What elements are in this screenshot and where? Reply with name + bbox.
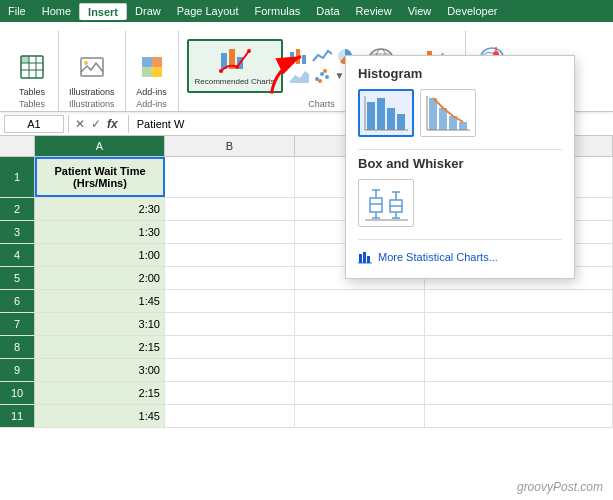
illustrations-icon (78, 53, 106, 85)
histogram-title: Histogram (358, 66, 562, 81)
menu-insert[interactable]: Insert (79, 3, 127, 20)
menu-developer[interactable]: Developer (439, 3, 505, 19)
svg-rect-46 (429, 98, 437, 130)
row-num-4: 4 (0, 244, 35, 266)
cell-a9[interactable]: 3:00 (35, 359, 165, 381)
cell-rest-9[interactable] (425, 359, 613, 381)
tables-label: Tables (19, 87, 45, 97)
svg-point-15 (219, 69, 223, 73)
svg-rect-11 (152, 67, 162, 77)
cell-c7[interactable] (295, 313, 425, 335)
cell-rest-8[interactable] (425, 336, 613, 358)
illustrations-group-label: Illustrations (69, 99, 115, 111)
cell-b11[interactable] (165, 405, 295, 427)
svg-rect-53 (370, 198, 382, 212)
menu-formulas[interactable]: Formulas (247, 3, 309, 19)
tables-icon (18, 53, 46, 85)
tables-button[interactable]: Tables (12, 51, 52, 99)
cell-reference-input[interactable] (4, 115, 64, 133)
cell-c9[interactable] (295, 359, 425, 381)
cancel-icon[interactable]: ✕ (73, 117, 87, 131)
recommended-charts-icon (219, 45, 251, 75)
cell-b6[interactable] (165, 290, 295, 312)
box-whisker-chart-item[interactable] (358, 179, 414, 227)
table-row: 9 3:00 (0, 359, 613, 382)
cell-a10[interactable]: 2:15 (35, 382, 165, 404)
fx-icon[interactable]: fx (105, 117, 120, 131)
formula-divider (68, 115, 69, 133)
cell-b9[interactable] (165, 359, 295, 381)
cell-a1[interactable]: Patient Wait Time (Hrs/Mins) (35, 157, 165, 197)
menu-view[interactable]: View (400, 3, 440, 19)
box-whisker-chart-row (358, 179, 562, 227)
cell-c10[interactable] (295, 382, 425, 404)
cell-a4-value: 1:00 (39, 249, 160, 261)
cell-c8[interactable] (295, 336, 425, 358)
cell-a5[interactable]: 2:00 (35, 267, 165, 289)
cell-b8[interactable] (165, 336, 295, 358)
table-row: 6 1:45 (0, 290, 613, 313)
more-charts-dropdown[interactable]: ▼ (335, 67, 345, 85)
cell-b7[interactable] (165, 313, 295, 335)
tables-group-label: Tables (19, 99, 45, 111)
col-header-a[interactable]: A (35, 136, 165, 156)
menu-home[interactable]: Home (34, 3, 79, 19)
cell-a7[interactable]: 3:10 (35, 313, 165, 335)
cell-a7-value: 3:10 (39, 318, 160, 330)
cell-a11[interactable]: 1:45 (35, 405, 165, 427)
cell-c11[interactable] (295, 405, 425, 427)
more-statistical-charts-text: More Statistical Charts... (378, 251, 498, 263)
cell-b2[interactable] (165, 198, 295, 220)
row-num-6: 6 (0, 290, 35, 312)
cell-b5[interactable] (165, 267, 295, 289)
addins-icon (138, 53, 166, 85)
svg-point-17 (247, 49, 251, 53)
confirm-icon[interactable]: ✓ (89, 117, 103, 131)
cell-b3[interactable] (165, 221, 295, 243)
menu-review[interactable]: Review (348, 3, 400, 19)
cell-a4[interactable]: 1:00 (35, 244, 165, 266)
cell-a1-value: Patient Wait Time (Hrs/Mins) (41, 165, 159, 189)
cell-a9-value: 3:00 (39, 364, 160, 376)
histogram-chart-row (358, 89, 562, 137)
cell-b1[interactable] (165, 157, 295, 197)
menu-data[interactable]: Data (308, 3, 347, 19)
cell-c6[interactable] (295, 290, 425, 312)
cell-a10-value: 2:15 (39, 387, 160, 399)
col-header-b[interactable]: B (165, 136, 295, 156)
pareto-chart-item[interactable] (420, 89, 476, 137)
cell-a11-value: 1:45 (39, 410, 160, 422)
cell-b10[interactable] (165, 382, 295, 404)
svg-rect-49 (459, 122, 467, 130)
svg-rect-42 (387, 108, 395, 130)
svg-rect-43 (397, 114, 405, 130)
menu-draw[interactable]: Draw (127, 3, 169, 19)
row-num-8: 8 (0, 336, 35, 358)
cell-a2[interactable]: 2:30 (35, 198, 165, 220)
cell-a8-value: 2:15 (39, 341, 160, 353)
more-charts-link-icon (358, 250, 372, 264)
menu-page-layout[interactable]: Page Layout (169, 3, 247, 19)
cell-rest-10[interactable] (425, 382, 613, 404)
popup-divider2 (358, 239, 562, 240)
row-num-10: 10 (0, 382, 35, 404)
addins-group-label: Add-ins (136, 99, 167, 111)
menu-file[interactable]: File (0, 3, 34, 19)
histogram-chart-item[interactable] (358, 89, 414, 137)
cell-rest-7[interactable] (425, 313, 613, 335)
svg-rect-40 (367, 102, 375, 130)
table-row: 7 3:10 (0, 313, 613, 336)
cell-rest-11[interactable] (425, 405, 613, 427)
cell-b4[interactable] (165, 244, 295, 266)
more-statistical-charts-link[interactable]: More Statistical Charts... (358, 246, 562, 268)
cell-rest-6[interactable] (425, 290, 613, 312)
cell-a3-value: 1:30 (39, 226, 160, 238)
row-num-7: 7 (0, 313, 35, 335)
cell-a6-value: 1:45 (39, 295, 160, 307)
cell-a6[interactable]: 1:45 (35, 290, 165, 312)
cell-a8[interactable]: 2:15 (35, 336, 165, 358)
illustrations-button[interactable]: Illustrations (65, 51, 119, 99)
cell-a3[interactable]: 1:30 (35, 221, 165, 243)
addins-button[interactable]: Add-ins (132, 51, 172, 99)
svg-rect-9 (152, 57, 162, 67)
